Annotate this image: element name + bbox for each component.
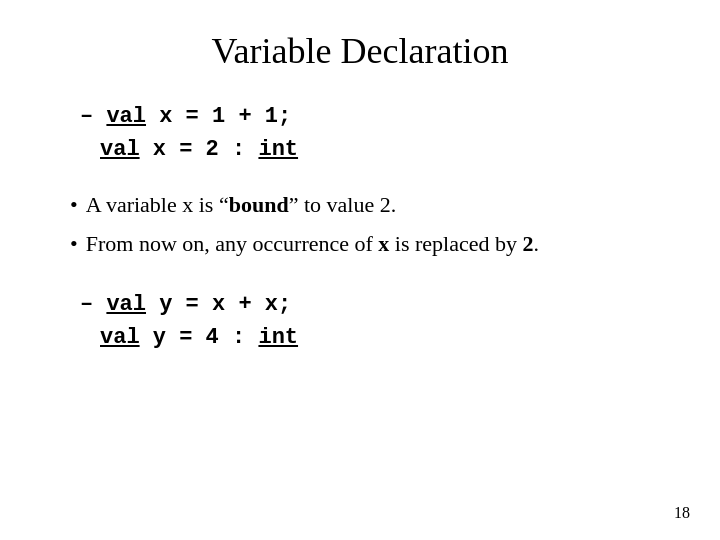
code-rest-1: x = 1 + 1;	[146, 104, 291, 129]
bullet-item-2: • From now on, any occurrence of x is re…	[70, 229, 660, 260]
bullet-text-1: A variable x is “bound” to value 2.	[86, 190, 396, 221]
bullet-dot-1: •	[70, 190, 78, 221]
int-keyword-1: int	[258, 137, 298, 162]
val-keyword-1: val	[106, 104, 146, 129]
bullet-item-1: • A variable x is “bound” to value 2.	[70, 190, 660, 221]
slide-title: Variable Declaration	[60, 30, 660, 72]
val-keyword-4: val	[100, 325, 140, 350]
int-keyword-2: int	[258, 325, 298, 350]
code-block-2: – val y = x + x; val y = 4 : int	[80, 288, 660, 354]
code-line-3: – val y = x + x;	[80, 288, 660, 321]
dash-prefix-1: –	[80, 104, 106, 129]
bullet-text-2: From now on, any occurrence of x is repl…	[86, 229, 539, 260]
page-number: 18	[674, 504, 690, 522]
code-line-2: val x = 2 : int	[100, 133, 660, 166]
code-rest-3: y = x + x;	[146, 292, 291, 317]
bullet-dot-2: •	[70, 229, 78, 260]
code-rest-4: y = 4 :	[140, 325, 259, 350]
code-rest-2: x = 2 :	[140, 137, 259, 162]
bullet-list: • A variable x is “bound” to value 2. • …	[70, 190, 660, 260]
val-keyword-2: val	[100, 137, 140, 162]
slide: Variable Declaration – val x = 1 + 1; va…	[0, 0, 720, 540]
val-keyword-3: val	[106, 292, 146, 317]
code-line-1: – val x = 1 + 1;	[80, 100, 660, 133]
code-block-1: – val x = 1 + 1; val x = 2 : int	[80, 100, 660, 166]
dash-prefix-2: –	[80, 292, 106, 317]
code-line-4: val y = 4 : int	[100, 321, 660, 354]
